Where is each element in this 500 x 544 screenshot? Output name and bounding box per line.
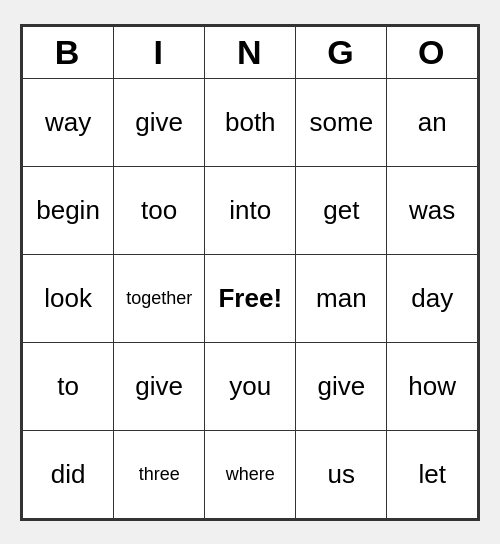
cell-2-1: together (114, 254, 205, 342)
cell-2-4: day (387, 254, 478, 342)
cell-3-3: give (296, 342, 387, 430)
cell-4-2: where (205, 430, 296, 518)
cell-0-2: both (205, 78, 296, 166)
cell-1-2: into (205, 166, 296, 254)
row-0: waygivebothsomean (23, 78, 478, 166)
row-4: didthreewhereuslet (23, 430, 478, 518)
cell-4-3: us (296, 430, 387, 518)
bingo-card: B I N G O waygivebothsomeanbegintoointog… (20, 24, 480, 521)
cell-3-1: give (114, 342, 205, 430)
cell-0-0: way (23, 78, 114, 166)
header-b: B (23, 26, 114, 78)
header-g: G (296, 26, 387, 78)
cell-4-4: let (387, 430, 478, 518)
cell-3-0: to (23, 342, 114, 430)
cell-2-2: Free! (205, 254, 296, 342)
cell-1-4: was (387, 166, 478, 254)
cell-1-3: get (296, 166, 387, 254)
header-i: I (114, 26, 205, 78)
row-3: togiveyougivehow (23, 342, 478, 430)
cell-3-4: how (387, 342, 478, 430)
cell-4-1: three (114, 430, 205, 518)
bingo-table: B I N G O waygivebothsomeanbegintoointog… (22, 26, 478, 519)
cell-2-0: look (23, 254, 114, 342)
row-2: looktogetherFree!manday (23, 254, 478, 342)
cell-0-3: some (296, 78, 387, 166)
cell-3-2: you (205, 342, 296, 430)
cell-4-0: did (23, 430, 114, 518)
header-n: N (205, 26, 296, 78)
header-o: O (387, 26, 478, 78)
cell-1-1: too (114, 166, 205, 254)
header-row: B I N G O (23, 26, 478, 78)
cell-0-4: an (387, 78, 478, 166)
row-1: begintoointogetwas (23, 166, 478, 254)
cell-2-3: man (296, 254, 387, 342)
cell-1-0: begin (23, 166, 114, 254)
cell-0-1: give (114, 78, 205, 166)
